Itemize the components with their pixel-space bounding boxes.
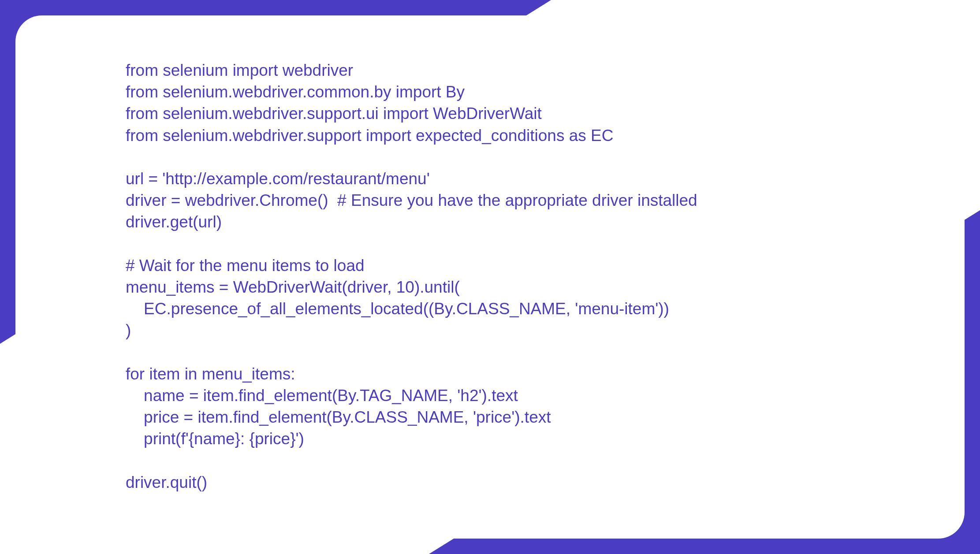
code-line: # Wait for the menu items to load [126,257,365,275]
code-line: name = item.find_element(By.TAG_NAME, 'h… [126,387,518,405]
code-line: driver = webdriver.Chrome() # Ensure you… [126,191,697,209]
code-block: from selenium import webdriver from sele… [126,59,854,493]
code-line: from selenium.webdriver.support import e… [126,126,613,145]
code-line: for item in menu_items: [126,365,295,383]
code-line: driver.quit() [126,473,207,491]
code-line: ) [126,321,131,339]
code-line: url = 'http://example.com/restaurant/men… [126,170,430,188]
code-line: price = item.find_element(By.CLASS_NAME,… [126,408,551,426]
code-line: print(f'{name}: {price}') [126,430,304,448]
code-line: from selenium.webdriver.common.by import… [126,83,465,101]
code-line: from selenium.webdriver.support.ui impor… [126,104,542,123]
code-line: EC.presence_of_all_elements_located((By.… [126,300,669,318]
code-line: from selenium import webdriver [126,61,353,79]
code-line: driver.get(url) [126,213,222,231]
code-card: from selenium import webdriver from sele… [15,15,965,539]
code-line: menu_items = WebDriverWait(driver, 10).u… [126,278,460,296]
